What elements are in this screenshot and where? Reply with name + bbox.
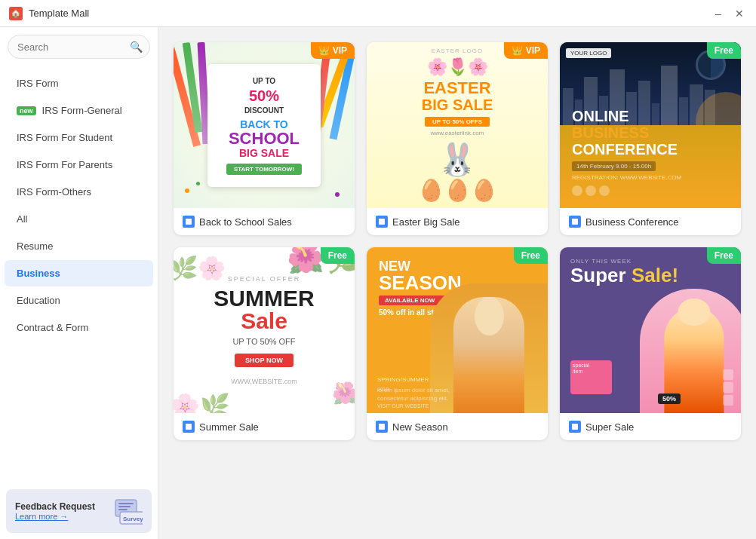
- sidebar-item-all[interactable]: All: [5, 206, 153, 232]
- search-icon: 🔍: [130, 41, 143, 53]
- feedback-link[interactable]: Learn more →: [15, 512, 95, 521]
- card-summer-sale[interactable]: 🌺🌿 🌿🌸 🌸🌿 🌺 SPECIAL OFFER SUMMER Sale UP …: [174, 247, 355, 440]
- feedback-banner[interactable]: Feedback Request Learn more → Survey: [6, 489, 152, 533]
- sidebar-item-label-irs-form-general: IRS Form-General: [42, 105, 122, 116]
- badge-free-2: Free: [321, 247, 355, 264]
- sidebar-item-irs-form[interactable]: IRS Form: [5, 70, 153, 96]
- title-bar-left: 🏠 Template Mall: [9, 7, 89, 20]
- badge-free-3: Free: [514, 247, 548, 264]
- template-grid: UP TO50%DISCOUNT BACK TO SCHOOL BIG SALE…: [174, 42, 741, 440]
- title-bar: 🏠 Template Mall – ✕: [0, 0, 756, 27]
- sidebar-item-label-irs-form-others: IRS Form-Others: [17, 186, 91, 198]
- sidebar-item-label-business: Business: [17, 268, 60, 279]
- content-area: UP TO50%DISCOUNT BACK TO SCHOOL BIG SALE…: [158, 27, 756, 539]
- feedback-icon: Survey: [114, 497, 143, 525]
- card-label-icon-4: [183, 421, 195, 433]
- minimize-button[interactable]: –: [711, 6, 726, 21]
- badge-vip-2: 👑VIP: [504, 42, 548, 59]
- sidebar-item-irs-form-student[interactable]: IRS Form For Student: [5, 124, 153, 151]
- badge-free-4: Free: [707, 247, 741, 264]
- sidebar-item-education[interactable]: Education: [5, 287, 153, 314]
- card-image-easter: EASTER LOGO 🌸🌷🌸 EASTER BIG SALE UP TO 50…: [367, 42, 548, 208]
- app-icon: 🏠: [9, 7, 23, 20]
- card-super-sale[interactable]: ONLY THIS WEEK Super Sale! specialitem: [560, 247, 741, 440]
- card-label-summer: Summer Sale: [174, 413, 355, 440]
- card-new-season[interactable]: NEW SEASON AVAILABLE NOW 50% off in all …: [367, 247, 548, 440]
- svg-rect-1: [118, 503, 134, 504]
- card-label-easter: Easter Big Sale: [367, 208, 548, 235]
- new-badge-irs-form-general: new: [17, 106, 36, 115]
- card-label-icon-1: [183, 216, 195, 228]
- svg-rect-3: [118, 509, 128, 510]
- svg-text:Survey: Survey: [123, 516, 143, 522]
- card-label-back-to-school: Back to School Sales: [174, 208, 355, 235]
- sidebar-item-label-irs-form-parents: IRS Form For Parents: [17, 159, 112, 170]
- sidebar-item-irs-form-others[interactable]: IRS Form-Others: [5, 179, 153, 205]
- sidebar-item-label-all: All: [17, 213, 27, 225]
- close-button[interactable]: ✕: [732, 6, 747, 21]
- card-label-icon-5: [376, 421, 388, 433]
- sidebar-item-label-contract-form: Contract & Form: [17, 322, 88, 333]
- badge-free-1: Free: [707, 42, 741, 59]
- svg-rect-2: [118, 506, 131, 507]
- sidebar-item-irs-form-general[interactable]: newIRS Form-General: [5, 97, 153, 124]
- sidebar-item-label-irs-form: IRS Form: [17, 78, 59, 89]
- card-label-conference: Business Conference: [560, 208, 741, 235]
- sidebar-nav: IRS FormnewIRS Form-GeneralIRS Form For …: [0, 66, 158, 483]
- card-image-season: NEW SEASON AVAILABLE NOW 50% off in all …: [367, 247, 548, 413]
- sidebar: 🔍 IRS FormnewIRS Form-GeneralIRS Form Fo…: [0, 27, 158, 539]
- card-image-conference: YOUR LOGO ONLINEBUSINESSCONFERENCE 14th …: [560, 42, 741, 208]
- feedback-text-area: Feedback Request Learn more →: [15, 501, 95, 521]
- sidebar-item-contract-form[interactable]: Contract & Form: [5, 314, 153, 341]
- search-input[interactable]: [8, 35, 150, 59]
- sidebar-item-label-education: Education: [17, 295, 60, 306]
- card-label-icon-2: [376, 216, 388, 228]
- card-image-summer: 🌺🌿 🌿🌸 🌸🌿 🌺 SPECIAL OFFER SUMMER Sale UP …: [174, 247, 355, 413]
- card-label-supersale: Super Sale: [560, 413, 741, 440]
- card-easter-big-sale[interactable]: EASTER LOGO 🌸🌷🌸 EASTER BIG SALE UP TO 50…: [367, 42, 548, 235]
- card-label-icon-3: [569, 216, 581, 228]
- badge-vip-1: 👑VIP: [311, 42, 355, 59]
- card-business-conference[interactable]: YOUR LOGO ONLINEBUSINESSCONFERENCE 14th …: [560, 42, 741, 235]
- sidebar-item-label-irs-form-student: IRS Form For Student: [17, 132, 112, 143]
- sidebar-item-business[interactable]: Business: [5, 260, 153, 286]
- card-back-to-school[interactable]: UP TO50%DISCOUNT BACK TO SCHOOL BIG SALE…: [174, 42, 355, 235]
- card-image-supersale: ONLY THIS WEEK Super Sale! specialitem: [560, 247, 741, 413]
- card-label-icon-6: [569, 421, 581, 433]
- title-bar-controls: – ✕: [711, 6, 747, 21]
- feedback-title: Feedback Request: [15, 501, 95, 512]
- main-layout: 🔍 IRS FormnewIRS Form-GeneralIRS Form Fo…: [0, 27, 756, 539]
- sidebar-item-irs-form-parents[interactable]: IRS Form For Parents: [5, 152, 153, 178]
- app-title: Template Mall: [29, 8, 89, 19]
- sidebar-item-label-resume: Resume: [17, 240, 53, 252]
- sidebar-item-resume[interactable]: Resume: [5, 233, 153, 259]
- card-label-season: New Season: [367, 413, 548, 440]
- search-box: 🔍: [8, 35, 150, 59]
- card-image-back-to-school: UP TO50%DISCOUNT BACK TO SCHOOL BIG SALE…: [174, 42, 355, 208]
